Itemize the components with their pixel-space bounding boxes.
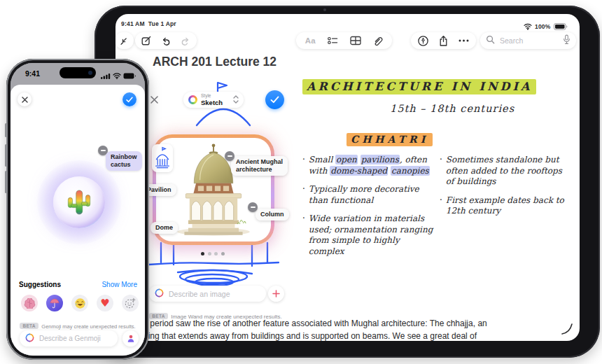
genmoji-bubble[interactable] xyxy=(53,176,105,228)
phone-time: 9:41 xyxy=(25,69,40,78)
suggestions-title: Suggestions xyxy=(19,281,61,288)
screenshot-stage: 9:41 AM Tue 1 Apr 100% Aa xyxy=(0,0,602,364)
table-icon[interactable] xyxy=(347,32,364,49)
chevron-updown-icon xyxy=(233,94,239,106)
ipad-time: 9:41 AM xyxy=(121,20,145,27)
remove-label-column-button[interactable] xyxy=(248,202,258,212)
style-picker[interactable]: Style Sketch xyxy=(183,92,244,108)
handwritten-bullet: ·Sometimes standalone but often added to… xyxy=(440,155,570,188)
compose-icon[interactable] xyxy=(138,32,155,49)
beta-badge: BETA xyxy=(149,313,167,319)
apple-intelligence-icon xyxy=(25,332,34,345)
add-image-button[interactable] xyxy=(268,286,284,302)
notes-column-right: ·Sometimes standalone but often added to… xyxy=(440,155,570,225)
bullet-text: Typically more decorative than functiona… xyxy=(309,184,437,206)
style-ring-icon xyxy=(188,95,197,104)
genmoji-sheet: Rainbow cactus Suggestions Show More ♥ B… xyxy=(10,85,145,356)
label-main[interactable]: Ancient Mughal architecture xyxy=(231,156,288,176)
suggestion-new-genmoji-icon[interactable] xyxy=(122,295,139,312)
accept-image-button[interactable] xyxy=(265,90,284,109)
suggestion-umbrella-emoji[interactable] xyxy=(46,295,63,312)
collapse-toolbar-icon[interactable] xyxy=(116,32,133,49)
sketch-thumbnail[interactable] xyxy=(152,144,173,172)
wifi-icon xyxy=(113,69,121,82)
ipad-status-right: 100% xyxy=(524,20,568,33)
handwritten-heading: ARCHITECTURE IN INDIA xyxy=(302,80,536,93)
describe-genmoji-field[interactable] xyxy=(20,330,118,346)
bullet-marker: · xyxy=(302,184,305,206)
mic-icon[interactable] xyxy=(563,34,570,48)
handwritten-bullet: ·Typically more decorative than function… xyxy=(302,184,437,206)
image-pagination-dots[interactable] xyxy=(201,252,225,255)
note-body-line2: ning that extends away from buildings an… xyxy=(144,330,580,341)
bullet-marker: · xyxy=(440,155,442,188)
ipad-camera xyxy=(323,8,326,11)
more-icon[interactable] xyxy=(456,32,472,49)
undo-icon[interactable] xyxy=(158,32,174,49)
handwritten-bullet: ·Small open pavilions, often with dome-s… xyxy=(302,155,437,176)
iphone-screen: 9:41 xyxy=(10,63,145,356)
person-genmoji-button[interactable] xyxy=(122,330,139,346)
battery-percent: 100% xyxy=(535,23,551,30)
toolbar-edit-pill xyxy=(135,32,197,49)
phone-action-button xyxy=(5,123,7,137)
close-genmoji-button[interactable] xyxy=(18,92,31,106)
genmoji-beta-note: BETA Genmoji may create unexpected resul… xyxy=(10,318,145,331)
close-image-wand-icon[interactable] xyxy=(150,94,159,107)
describe-image-field[interactable] xyxy=(149,286,266,302)
bullet-marker: · xyxy=(440,195,442,217)
redo-icon[interactable] xyxy=(177,32,194,49)
style-label: Style xyxy=(201,94,230,99)
dynamic-island xyxy=(59,67,96,78)
handwritten-subheading: 15th – 18th centuries xyxy=(390,103,514,114)
note-title: ARCH 201 Lecture 12 xyxy=(153,55,276,69)
handwritten-bullet: ·Wide variation in materials used; ornam… xyxy=(302,214,437,257)
bullet-text: Sometimes standalone but often added to … xyxy=(446,155,570,188)
suggestion-laughing-emoji[interactable] xyxy=(71,295,88,312)
handwritten-section-title: CHHATRI xyxy=(346,134,433,145)
share-icon[interactable] xyxy=(435,32,452,49)
label-column[interactable]: Column xyxy=(255,209,289,220)
ipad-screen: 9:41 AM Tue 1 Apr 100% Aa xyxy=(115,14,580,341)
ipad-date: Tue 1 Apr xyxy=(148,20,176,27)
describe-genmoji-input[interactable] xyxy=(38,334,112,343)
bullet-marker: · xyxy=(302,214,305,257)
style-value: Sketch xyxy=(201,99,230,106)
cellular-icon xyxy=(101,69,111,82)
notes-column-left: ·Small open pavilions, often with dome-s… xyxy=(302,155,437,265)
show-more-link[interactable]: Show More xyxy=(102,281,137,288)
battery-icon xyxy=(554,20,568,33)
suggestion-heart-emoji[interactable]: ♥ xyxy=(97,295,113,312)
phone-volume-down-button xyxy=(5,171,7,193)
toolbar-collapse-pill xyxy=(115,32,134,49)
bullet-text: Wide variation in materials used; orname… xyxy=(309,214,437,257)
genmoji-label[interactable]: Rainbow cactus xyxy=(106,151,142,171)
search-field[interactable] xyxy=(480,32,576,49)
beta-text: Genmoji may create unexpected results. xyxy=(41,323,135,330)
bullet-marker: · xyxy=(302,155,305,176)
front-camera xyxy=(88,71,92,75)
corner-curl-icon[interactable] xyxy=(561,322,575,339)
remove-label-main-button[interactable] xyxy=(225,151,234,161)
ipad-status-left: 9:41 AM Tue 1 Apr xyxy=(121,20,176,27)
suggestion-brain-emoji[interactable] xyxy=(21,295,38,312)
label-dome[interactable]: Dome xyxy=(150,222,178,234)
wifi-icon xyxy=(524,20,532,33)
phone-status-icons xyxy=(101,69,136,82)
ipad-device: 9:41 AM Tue 1 Apr 100% Aa xyxy=(94,6,600,358)
text-style-button[interactable]: Aa xyxy=(302,32,318,49)
bullet-text: Small open pavilions, often with dome-sh… xyxy=(309,155,437,176)
phone-volume-up-button xyxy=(5,144,7,167)
accept-genmoji-button[interactable] xyxy=(122,92,136,106)
image-wand-beta-note: BETA Image Wand may create unexpected re… xyxy=(144,309,288,321)
describe-image-input[interactable] xyxy=(167,289,260,299)
checklist-icon[interactable] xyxy=(324,32,341,49)
beta-text: Image Wand may create unexpected results… xyxy=(171,314,281,320)
beta-badge: BETA xyxy=(20,323,38,329)
rainbow-cactus-emoji xyxy=(66,187,92,218)
toolbar-actions-pill xyxy=(411,32,476,49)
search-input[interactable] xyxy=(498,36,559,46)
apple-intelligence-icon xyxy=(155,288,164,300)
attachment-icon[interactable] xyxy=(370,32,386,49)
markup-icon[interactable] xyxy=(414,32,431,49)
